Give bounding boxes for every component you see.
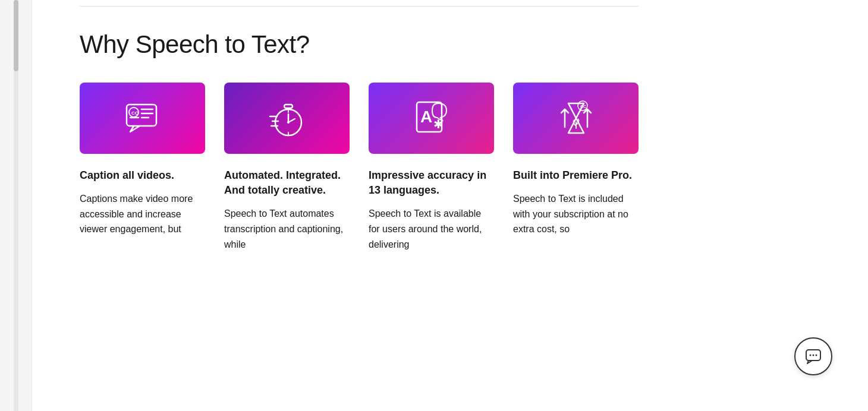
card-caption: CC Caption all videos. Captions make vid… — [80, 83, 205, 252]
svg-rect-8 — [284, 105, 293, 108]
premiere-pro-icon: CC — [555, 97, 597, 139]
section-divider — [80, 6, 639, 7]
card-builtin: CC Built into Premiere Pro. Speech to Te… — [513, 83, 639, 252]
section-title: Why Speech to Text? — [80, 30, 639, 59]
stopwatch-icon — [266, 97, 308, 139]
scrollbar-track — [14, 0, 18, 411]
card-image-builtin: CC — [513, 83, 639, 154]
card-text-caption: Captions make video more accessible and … — [80, 191, 205, 237]
main-content: Why Speech to Text? CC — [32, 0, 686, 411]
card-image-accuracy: A ✱ — [369, 83, 494, 154]
scrollbar[interactable] — [0, 0, 32, 411]
card-text-builtin: Speech to Text is included with your sub… — [513, 191, 639, 237]
svg-text:CC: CC — [580, 105, 586, 109]
chat-dots-icon — [805, 348, 822, 365]
cards-grid: CC Caption all videos. Captions make vid… — [80, 83, 639, 252]
card-image-automated — [224, 83, 350, 154]
card-image-caption: CC — [80, 83, 205, 154]
language-accuracy-icon: A ✱ — [411, 97, 452, 139]
closed-caption-icon: CC — [122, 97, 163, 139]
card-title-automated: Automated. Integrated. And totally creat… — [224, 168, 350, 198]
card-title-accuracy: Impressive accuracy in 13 languages. — [369, 168, 494, 198]
svg-point-14 — [287, 121, 290, 124]
svg-text:CC: CC — [131, 110, 139, 116]
svg-point-26 — [810, 355, 812, 356]
card-text-automated: Speech to Text automates transcription a… — [224, 206, 350, 252]
card-accuracy: A ✱ Impressive accuracy in 13 languages.… — [369, 83, 494, 252]
svg-point-27 — [813, 355, 814, 356]
card-title-caption: Caption all videos. — [80, 168, 205, 183]
scrollbar-thumb[interactable] — [14, 0, 18, 71]
svg-text:A: A — [420, 108, 432, 126]
card-title-builtin: Built into Premiere Pro. — [513, 168, 639, 183]
svg-point-28 — [816, 355, 817, 356]
chat-button[interactable] — [794, 337, 832, 375]
card-text-accuracy: Speech to Text is available for users ar… — [369, 206, 494, 252]
card-automated: Automated. Integrated. And totally creat… — [224, 83, 350, 252]
